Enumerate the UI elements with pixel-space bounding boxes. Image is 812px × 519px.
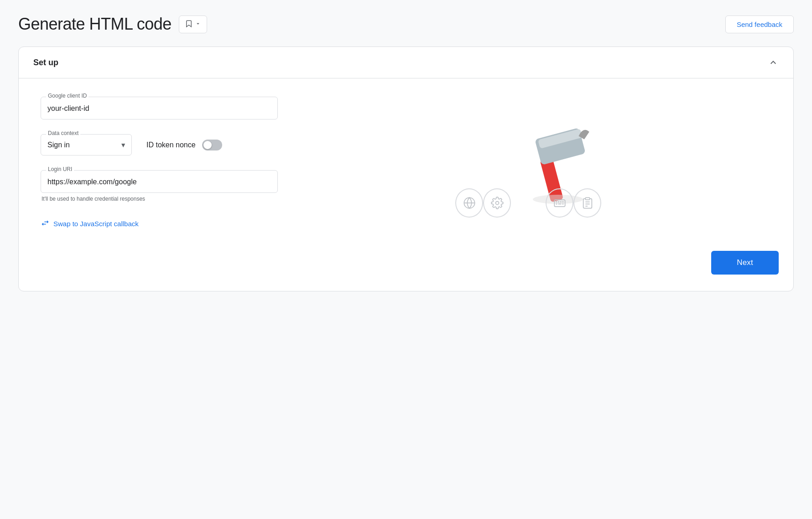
login-uri-helper: It'll be used to handle credential respo… (41, 196, 278, 202)
data-context-field: Data context Sign in Sign up Sign out ▼ (41, 134, 132, 156)
svg-point-19 (556, 204, 557, 204)
google-client-id-field: Google client ID (41, 97, 278, 119)
data-context-select[interactable]: Sign in Sign up Sign out (41, 134, 132, 156)
bookmark-icon (185, 20, 193, 29)
swap-icon (41, 218, 50, 229)
page-title: Generate HTML code (18, 15, 172, 34)
svg-point-18 (562, 202, 563, 202)
next-button-row: Next (19, 251, 793, 291)
svg-rect-21 (585, 197, 589, 200)
google-client-id-label: Google client ID (46, 93, 88, 99)
gear-icon-circle (483, 188, 511, 218)
title-area: Generate HTML code (18, 15, 207, 34)
svg-point-15 (556, 202, 557, 202)
page-header: Generate HTML code Send feedback (18, 15, 794, 34)
setup-section-title: Set up (33, 58, 58, 67)
id-token-nonce-row: ID token nonce (146, 140, 222, 151)
data-context-row: Data context Sign in Sign up Sign out ▼ … (41, 134, 278, 156)
google-client-id-input[interactable] (41, 97, 278, 119)
data-context-label: Data context (46, 130, 80, 136)
bookmark-dropdown-icon (195, 21, 201, 28)
swap-link-label: Swap to JavaScript callback (53, 220, 139, 228)
illustration (451, 99, 606, 227)
login-uri-section: Login URI It'll be used to handle creden… (41, 170, 278, 202)
send-feedback-button[interactable]: Send feedback (725, 16, 794, 33)
setup-card: Set up Google client ID Data context Sig… (18, 47, 794, 291)
bookmark-button[interactable] (179, 16, 207, 33)
id-token-nonce-toggle[interactable] (202, 140, 222, 151)
svg-point-6 (495, 202, 499, 205)
login-uri-label: Login URI (46, 166, 74, 172)
swap-to-js-link[interactable]: Swap to JavaScript callback (41, 218, 278, 229)
clipboard-icon-circle (573, 188, 601, 218)
login-uri-input[interactable] (41, 170, 278, 193)
illustration-icons (451, 188, 606, 218)
toggle-slider (202, 140, 222, 151)
illustration-section (278, 97, 779, 229)
collapse-button[interactable] (768, 57, 779, 68)
keyboard-icon-circle (546, 188, 573, 218)
svg-point-20 (562, 204, 563, 204)
globe-icon-circle (455, 188, 483, 218)
next-button[interactable]: Next (711, 251, 779, 275)
form-section: Google client ID Data context Sign in Si… (41, 97, 278, 229)
id-token-nonce-label: ID token nonce (146, 141, 196, 149)
login-uri-field: Login URI (41, 170, 278, 193)
svg-point-16 (558, 202, 559, 202)
svg-point-17 (560, 202, 561, 202)
card-header: Set up (19, 47, 793, 78)
svg-rect-7 (554, 200, 565, 207)
card-body: Google client ID Data context Sign in Si… (19, 78, 793, 251)
